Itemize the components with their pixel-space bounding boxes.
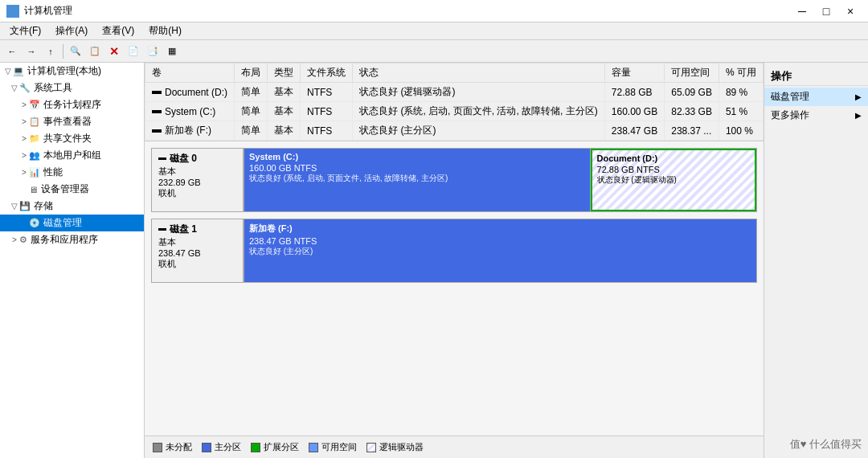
disk-label-disk1: 磁盘 1 基本 238.47 GB 联机 bbox=[151, 219, 244, 283]
menu-view[interactable]: 查看(V) bbox=[96, 22, 141, 39]
sidebar-item-storage[interactable]: ▽ 💾 存储 bbox=[0, 198, 144, 215]
sidebar-item-shared[interactable]: > 📁 共享文件夹 bbox=[0, 130, 144, 147]
sidebar-item-services[interactable]: > ⚙ 服务和应用程序 bbox=[0, 231, 144, 248]
disk-type-disk1: 基本 bbox=[158, 236, 236, 248]
right-panel-disk-mgmt-label: 磁盘管理 bbox=[771, 90, 809, 104]
sidebar-item-device[interactable]: 🖥 设备管理器 bbox=[0, 181, 144, 198]
cell-capacity-0: 72.88 GB bbox=[604, 83, 664, 102]
legend-label-free: 可用空间 bbox=[321, 441, 357, 453]
col-header-freepct[interactable]: % 可用 bbox=[719, 63, 763, 83]
disk-map-area: 磁盘 0 基本 232.89 GB 联机 System (C:)160.00 G… bbox=[145, 141, 764, 436]
expand-icon-perf: > bbox=[19, 168, 29, 177]
right-panel: 操作 磁盘管理 ▶ 更多操作 ▶ bbox=[764, 63, 868, 458]
partition-fs-disk0-1: 72.88 GB NTFS bbox=[597, 165, 750, 174]
expand-icon-root: ▽ bbox=[3, 67, 13, 76]
partition-disk0-1[interactable]: Document (D:)72.88 GB NTFS状态良好 (逻辑驱动器) bbox=[591, 149, 756, 211]
disk-size-disk0: 232.89 GB bbox=[158, 178, 236, 187]
cell-vol-0: Document (D:) bbox=[145, 83, 235, 102]
toolbar-btn-delete[interactable]: ✕ bbox=[105, 43, 123, 60]
disk-table: 卷 布局 类型 文件系统 状态 容量 可用空间 % 可用 Document (D… bbox=[145, 63, 764, 141]
right-panel-more-label: 更多操作 bbox=[771, 108, 809, 122]
sidebar-label-performance: 性能 bbox=[43, 166, 63, 179]
table-row[interactable]: System (C:)简单基本NTFS状态良好 (系统, 启动, 页面文件, 活… bbox=[145, 102, 764, 121]
sidebar-item-disk-management[interactable]: 💿 磁盘管理 bbox=[0, 215, 144, 231]
title-bar: 计算机管理 ─ □ × bbox=[0, 0, 868, 22]
legend-box-primary bbox=[202, 443, 211, 452]
toolbar-btn-8[interactable]: ▦ bbox=[163, 43, 181, 60]
menu-bar: 文件(F) 操作(A) 查看(V) 帮助(H) bbox=[0, 22, 868, 40]
toolbar-btn-5[interactable]: 📋 bbox=[86, 43, 104, 60]
partition-disk0-0[interactable]: System (C:)160.00 GB NTFS状态良好 (系统, 启动, 页… bbox=[244, 149, 591, 211]
cell-freepct-1: 51 % bbox=[719, 102, 763, 121]
sidebar-item-root[interactable]: ▽ 💻 计算机管理(本地) bbox=[0, 63, 144, 80]
legend-box-extended bbox=[251, 443, 260, 452]
cell-free-2: 238.37 ... bbox=[665, 121, 719, 141]
shared-icon: 📁 bbox=[29, 133, 40, 144]
legend-label-unalloc: 未分配 bbox=[166, 441, 192, 453]
sidebar-item-task[interactable]: > 📅 任务计划程序 bbox=[0, 96, 144, 113]
menu-file[interactable]: 文件(F) bbox=[3, 22, 47, 39]
toolbar-btn-2[interactable]: → bbox=[23, 43, 40, 60]
cell-capacity-2: 238.47 GB bbox=[604, 121, 664, 141]
users-icon: 👥 bbox=[29, 150, 40, 161]
services-icon: ⚙ bbox=[19, 235, 27, 245]
maximize-button[interactable]: □ bbox=[815, 2, 837, 20]
legend-extended: 扩展分区 bbox=[251, 441, 299, 453]
partition-disk1-0[interactable]: 新加卷 (F:)238.47 GB NTFS状态良好 (主分区) bbox=[244, 219, 756, 282]
col-header-vol[interactable]: 卷 bbox=[145, 63, 235, 83]
table-row[interactable]: Document (D:)简单基本NTFS状态良好 (逻辑驱动器)72.88 G… bbox=[145, 83, 764, 102]
cell-status-2: 状态良好 (主分区) bbox=[353, 121, 605, 141]
disk-icon2-disk1 bbox=[158, 228, 166, 231]
right-panel-title: 操作 bbox=[764, 66, 868, 86]
right-panel-disk-mgmt[interactable]: 磁盘管理 ▶ bbox=[764, 88, 868, 106]
col-header-layout[interactable]: 布局 bbox=[235, 63, 268, 83]
legend-unalloc: 未分配 bbox=[153, 441, 192, 453]
toolbar-btn-4[interactable]: 🔍 bbox=[67, 43, 84, 60]
close-button[interactable]: × bbox=[839, 2, 862, 20]
partition-name-disk1-0: 新加卷 (F:) bbox=[249, 223, 751, 235]
cell-freepct-0: 89 % bbox=[719, 83, 763, 102]
col-header-fs[interactable]: 文件系统 bbox=[301, 63, 353, 83]
disk-status-disk1: 联机 bbox=[158, 258, 236, 270]
legend-box-unalloc bbox=[153, 443, 162, 452]
legend-free: 可用空间 bbox=[309, 441, 357, 453]
col-header-type[interactable]: 类型 bbox=[268, 63, 301, 83]
cell-vol-1: System (C:) bbox=[145, 102, 235, 121]
disk-icon2-disk0 bbox=[158, 157, 166, 160]
col-header-free[interactable]: 可用空间 bbox=[665, 63, 719, 83]
title-controls: ─ □ × bbox=[791, 2, 862, 20]
partition-status-disk0-1: 状态良好 (逻辑驱动器) bbox=[597, 174, 750, 186]
storage-icon: 💾 bbox=[19, 201, 31, 211]
toolbar-btn-1[interactable]: ← bbox=[3, 43, 21, 60]
col-header-status[interactable]: 状态 bbox=[353, 63, 605, 83]
cell-layout-2: 简单 bbox=[235, 121, 268, 141]
toolbar-btn-3[interactable]: ↑ bbox=[42, 43, 59, 60]
title-bar-left: 计算机管理 bbox=[6, 4, 72, 18]
disk-partitions-disk0: System (C:)160.00 GB NTFS状态良好 (系统, 启动, 页… bbox=[244, 148, 757, 212]
perf-icon: 📊 bbox=[29, 167, 40, 178]
toolbar: ← → ↑ 🔍 📋 ✕ 📄 📑 ▦ bbox=[0, 40, 868, 63]
disk-partitions-disk1: 新加卷 (F:)238.47 GB NTFS状态良好 (主分区) bbox=[244, 219, 757, 283]
sidebar-item-event[interactable]: > 📋 事件查看器 bbox=[0, 113, 144, 130]
minimize-button[interactable]: ─ bbox=[791, 2, 813, 20]
col-header-capacity[interactable]: 容量 bbox=[604, 63, 664, 83]
app-icon bbox=[6, 5, 19, 18]
menu-help[interactable]: 帮助(H) bbox=[142, 22, 188, 39]
toolbar-btn-7[interactable]: 📑 bbox=[144, 43, 162, 60]
legend-logical: 逻辑驱动器 bbox=[366, 441, 424, 453]
main-layout: ▽ 💻 计算机管理(本地) ▽ 🔧 系统工具 > 📅 任务计划程序 > 📋 事件… bbox=[0, 63, 868, 458]
sidebar-item-system-tools[interactable]: ▽ 🔧 系统工具 bbox=[0, 80, 144, 96]
menu-action[interactable]: 操作(A) bbox=[49, 22, 94, 39]
event-icon: 📋 bbox=[29, 117, 40, 127]
toolbar-btn-6[interactable]: 📄 bbox=[125, 43, 142, 60]
sidebar-item-users[interactable]: > 👥 本地用户和组 bbox=[0, 147, 144, 164]
sidebar: ▽ 💻 计算机管理(本地) ▽ 🔧 系统工具 > 📅 任务计划程序 > 📋 事件… bbox=[0, 63, 145, 458]
expand-icon-task: > bbox=[19, 100, 29, 109]
right-panel-more[interactable]: 更多操作 ▶ bbox=[764, 106, 868, 125]
cell-free-0: 65.09 GB bbox=[665, 83, 719, 102]
expand-icon-shared: > bbox=[19, 134, 29, 143]
cell-filesystem-1: NTFS bbox=[301, 102, 353, 121]
table-row[interactable]: 新加卷 (F:)简单基本NTFS状态良好 (主分区)238.47 GB238.3… bbox=[145, 121, 764, 141]
cell-capacity-1: 160.00 GB bbox=[604, 102, 664, 121]
sidebar-item-performance[interactable]: > 📊 性能 bbox=[0, 164, 144, 181]
